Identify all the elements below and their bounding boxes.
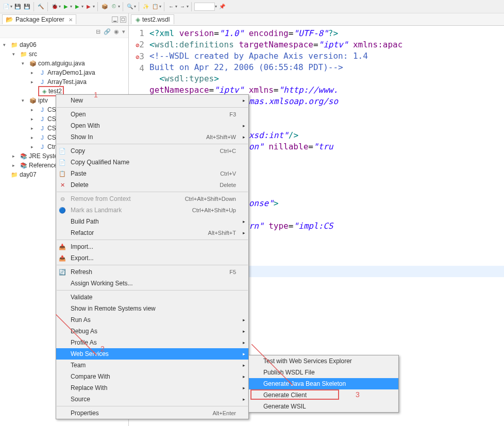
- menu-delete[interactable]: ✕DeleteDelete: [56, 179, 248, 191]
- search-icon[interactable]: 🔍: [126, 3, 134, 11]
- export-icon: 📤: [58, 255, 66, 262]
- menu-open-with[interactable]: Open With▸: [56, 120, 248, 131]
- menu-compare-with[interactable]: Compare With▸: [56, 371, 248, 382]
- editor-tab-test2[interactable]: ◈ test2.wsdl: [131, 14, 174, 24]
- debug-icon[interactable]: 🐞: [51, 3, 59, 11]
- menu-assign-working-sets[interactable]: Assign Working Sets...: [56, 278, 248, 289]
- tree-src[interactable]: ▾📁src: [1, 49, 127, 59]
- project-icon: 📁: [10, 171, 19, 179]
- new-class-icon[interactable]: ©: [110, 3, 118, 11]
- new-package-icon[interactable]: 📦: [100, 3, 109, 11]
- nav-back-icon[interactable]: ←: [167, 3, 175, 11]
- menu-copy-qualified[interactable]: 📄Copy Qualified Name: [56, 157, 248, 168]
- library-icon: 📚: [20, 152, 28, 160]
- save-icon[interactable]: 💾: [13, 3, 22, 11]
- package-explorer-title: Package Explorer: [15, 16, 64, 23]
- refresh-icon: 🔄: [58, 269, 66, 276]
- submenu-generate-client[interactable]: Generate Client: [249, 389, 398, 401]
- submenu-publish-wsdl[interactable]: Publish WSDL File: [249, 367, 398, 378]
- run-icon[interactable]: ▶: [62, 3, 70, 11]
- menu-open[interactable]: OpenF3: [56, 109, 248, 120]
- build-icon[interactable]: 🔨: [37, 3, 45, 11]
- menu-mark-landmark: 🔵Mark as LandmarkCtrl+Alt+Shift+Up: [56, 205, 248, 216]
- copy-qualified-icon: 📄: [58, 159, 66, 166]
- wand-icon[interactable]: ✨: [142, 3, 150, 11]
- java-file-icon: J: [38, 143, 46, 151]
- import-icon: 📥: [58, 244, 66, 250]
- src-folder-icon: 📁: [20, 50, 28, 58]
- editor-tab-label: test2.wsdl: [142, 16, 170, 23]
- menu-show-remote[interactable]: Show in Remote Systems view: [56, 303, 248, 314]
- java-file-icon: J: [38, 124, 46, 132]
- new-icon[interactable]: 📄: [2, 3, 10, 11]
- editor-tab-bar: ◈ test2.wsdl: [129, 13, 504, 26]
- maximize-view-icon[interactable]: ▢: [120, 16, 126, 23]
- delete-icon: ✕: [58, 182, 66, 189]
- menu-validate[interactable]: Validate: [56, 292, 248, 303]
- main-toolbar: 📄▾ 💾 💾 🔨 🐞▾ ▶▾ ▶▾ ▶▾ 📦 ©▾ 🔍▾ ✨ 📋▾ ←▾ →▾ …: [0, 0, 504, 13]
- menu-import[interactable]: 📥Import...: [56, 241, 248, 252]
- menu-build-path[interactable]: Build Path▸: [56, 216, 248, 227]
- link-editor-icon[interactable]: 🔗: [104, 28, 111, 35]
- quick-access-input[interactable]: [194, 3, 215, 11]
- wsdl-file-icon: ◈: [136, 16, 140, 23]
- menu-team[interactable]: Team▸: [56, 360, 248, 371]
- paste-icon: 📋: [58, 171, 66, 177]
- remove-context-icon: ⊖: [58, 196, 66, 202]
- library-icon: 📚: [20, 161, 28, 169]
- java-file-icon: J: [38, 133, 46, 142]
- ext-tools-icon[interactable]: ▶: [85, 3, 93, 11]
- wsdl-file-icon: ◈: [40, 87, 48, 95]
- menu-properties[interactable]: PropertiesAlt+Enter: [56, 407, 248, 419]
- project-icon: 📁: [10, 41, 19, 49]
- web-services-submenu: Test with Web Services Explorer Publish …: [248, 355, 399, 413]
- submenu-generate-skeleton[interactable]: Generate Java Bean Skeleton: [249, 378, 398, 389]
- explorer-toolbar: ⊟ 🔗 ◉ ▾: [0, 26, 128, 38]
- menu-show-in[interactable]: Show InAlt+Shift+W▸: [56, 131, 248, 143]
- coverage-icon[interactable]: ▶: [73, 3, 81, 11]
- task-icon[interactable]: 📋: [151, 3, 159, 11]
- java-file-icon: J: [38, 78, 46, 86]
- submenu-generate-wsil[interactable]: Generate WSIL: [249, 401, 398, 412]
- menu-export[interactable]: 📤Export...: [56, 252, 248, 264]
- menu-replace-with[interactable]: Replace With▸: [56, 382, 248, 394]
- menu-debug-as[interactable]: Debug As▸: [56, 326, 248, 337]
- package-explorer-tab[interactable]: 📂 Package Explorer ✕: [2, 14, 76, 24]
- context-menu: New▸ OpenF3 Open With▸ Show InAlt+Shift+…: [56, 94, 249, 419]
- pin-icon[interactable]: 📌: [218, 3, 226, 11]
- menu-web-services[interactable]: Web Services▸: [56, 348, 248, 360]
- view-menu-icon[interactable]: ▾: [122, 28, 125, 35]
- minimize-view-icon[interactable]: ▁: [112, 16, 118, 23]
- menu-profile-as[interactable]: Profile As▸: [56, 337, 248, 348]
- save-all-icon[interactable]: 💾: [23, 3, 31, 11]
- java-file-icon: J: [38, 106, 46, 114]
- menu-copy[interactable]: 📄CopyCtrl+C: [56, 145, 248, 157]
- nav-fwd-icon[interactable]: →: [178, 3, 187, 11]
- menu-refresh[interactable]: 🔄RefreshF5: [56, 266, 248, 278]
- submenu-test-explorer[interactable]: Test with Web Services Explorer: [249, 355, 398, 367]
- copy-icon: 📄: [58, 148, 66, 155]
- package-icon: 📦: [29, 96, 37, 105]
- java-file-icon: J: [38, 69, 46, 77]
- menu-source[interactable]: Source▸: [56, 394, 248, 405]
- close-view-icon[interactable]: ✕: [69, 17, 73, 23]
- landmark-icon: 🔵: [58, 207, 66, 214]
- tree-pkg-atguigu[interactable]: ▾📦com.atguigu.java: [1, 59, 127, 68]
- package-icon: 📦: [29, 59, 37, 67]
- view-tab-bar: 📂 Package Explorer ✕ ▁ ▢: [0, 13, 128, 26]
- tree-file-arraytest[interactable]: ▸JArrayTest.java: [1, 77, 127, 87]
- menu-run-as[interactable]: Run As▸: [56, 314, 248, 326]
- menu-new[interactable]: New▸: [56, 95, 248, 106]
- focus-icon[interactable]: ◉: [114, 28, 119, 35]
- menu-refactor[interactable]: RefactorAlt+Shift+T▸: [56, 227, 248, 238]
- java-file-icon: J: [38, 115, 46, 123]
- menu-paste[interactable]: 📋PasteCtrl+V: [56, 168, 248, 179]
- package-explorer-icon: 📂: [6, 16, 13, 23]
- tree-file-arraydemo[interactable]: ▸JArrayDemo1.java: [1, 68, 127, 77]
- tree-project-day06[interactable]: ▾📁day06: [1, 40, 127, 49]
- menu-remove-context: ⊖Remove from ContextCtrl+Alt+Shift+Down: [56, 193, 248, 205]
- collapse-all-icon[interactable]: ⊟: [96, 28, 100, 35]
